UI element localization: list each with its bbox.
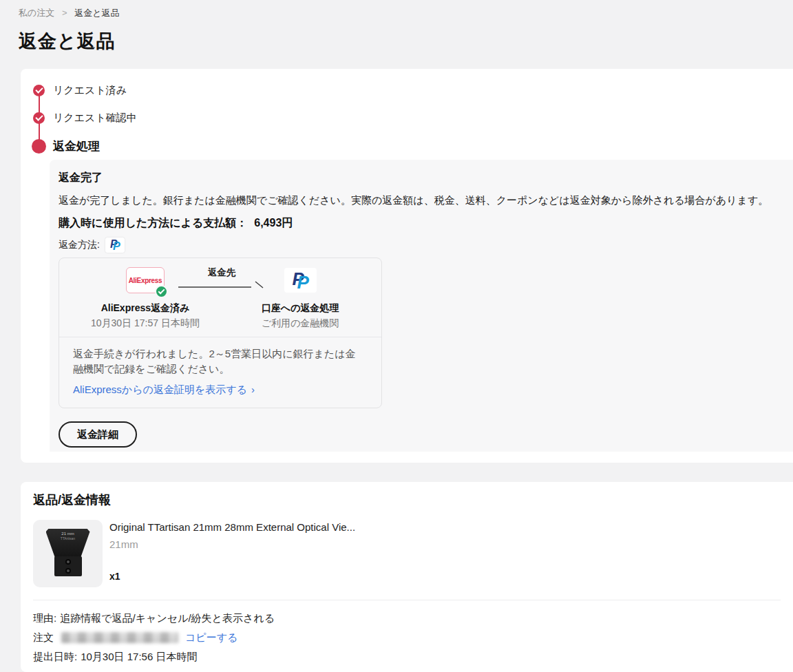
reason-label: 理由: bbox=[33, 609, 56, 628]
flow-destination-subtitle: ご利用の金融機関 bbox=[262, 317, 339, 330]
refund-processing-note: 返金手続きが行われました。2～5営業日以内に銀行または金融機関で記録をご確認くだ… bbox=[59, 337, 376, 377]
product-row: 21 mm TTArtisan Original TTartisan 21mm … bbox=[33, 520, 781, 587]
refund-complete-description: 返金が完了しました。銀行または金融機関でご確認ください。実際の返金額は、税金、送… bbox=[59, 193, 779, 208]
timeline-step-requested: リクエスト済み bbox=[33, 84, 127, 97]
flow-source-timestamp: 10月30日 17:57 日本時間 bbox=[91, 317, 200, 330]
refund-flow-box: AliExpress AliExpress返金済み 10月30日 17:57 日… bbox=[59, 258, 382, 408]
breadcrumb-my-orders[interactable]: 私の注文 bbox=[19, 8, 54, 18]
refund-status-panel: リクエスト済み リクエスト確認中 返金処理 返金完了 返金が完了しました。銀行ま… bbox=[21, 69, 793, 463]
paypal-logo-icon: P P bbox=[284, 268, 317, 293]
flow-source-title: AliExpress返金済み bbox=[101, 302, 190, 315]
refund-method-line: 返金方法: P P bbox=[59, 235, 779, 255]
order-row: 注文 コピーする bbox=[33, 628, 781, 647]
copy-order-number-link[interactable]: コピーする bbox=[185, 628, 237, 647]
timeline-step-label: リクエスト済み bbox=[53, 84, 127, 97]
product-meta: Original TTartisan 21mm 28mm External Op… bbox=[109, 520, 355, 587]
current-step-dot-icon bbox=[32, 139, 46, 154]
submitted-value: 10月30日 17:56 日本時間 bbox=[81, 647, 197, 666]
flow-destination-title: 口座への返金処理 bbox=[262, 302, 339, 315]
check-circle-icon bbox=[33, 112, 45, 124]
breadcrumb: 私の注文 > 返金と返品 bbox=[19, 7, 119, 19]
refund-complete-card: 返金完了 返金が完了しました。銀行または金融機関でご確認ください。実際の返金額は… bbox=[50, 160, 793, 452]
reason-row: 理由: 追跡情報で返品/キャンセル/紛失と表示される bbox=[33, 609, 781, 628]
refund-amount-label: 購入時に使用した方法による支払額： bbox=[59, 217, 247, 229]
timeline-step-refund-processing: 返金処理 bbox=[32, 138, 100, 154]
timeline-step-reviewing: リクエスト確認中 bbox=[33, 112, 137, 125]
timeline-step-label: 返金処理 bbox=[53, 138, 100, 154]
product-title[interactable]: Original TTartisan 21mm 28mm External Op… bbox=[109, 521, 355, 533]
viewfinder-illustration: 21 mm TTArtisan bbox=[46, 529, 90, 576]
paypal-icon: P P bbox=[105, 238, 125, 253]
info-divider bbox=[33, 600, 781, 600]
breadcrumb-separator-icon: > bbox=[62, 8, 67, 18]
return-refund-info-panel: 返品/返金情報 21 mm TTArtisan Original TTartis… bbox=[21, 482, 793, 672]
refund-detail-button[interactable]: 返金詳細 bbox=[59, 421, 137, 448]
page-title: 返金と返品 bbox=[19, 29, 116, 54]
submitted-row: 提出日時: 10月30日 17:56 日本時間 bbox=[33, 647, 781, 666]
order-number-redacted bbox=[61, 632, 178, 643]
chevron-right-icon: › bbox=[251, 384, 255, 395]
view-refund-proof-link[interactable]: AliExpressからの返金証明を表示する› bbox=[73, 384, 255, 395]
breadcrumb-current: 返金と返品 bbox=[74, 8, 119, 18]
refund-amount-line: 購入時に使用した方法による支払額：6,493円 bbox=[59, 215, 779, 231]
refund-return-page: 私の注文 > 返金と返品 返金と返品 リクエスト済み リクエスト確認中 返金処理… bbox=[0, 0, 793, 672]
order-label: 注文 bbox=[33, 628, 54, 647]
product-image[interactable]: 21 mm TTArtisan bbox=[33, 520, 103, 587]
product-variant: 21mm bbox=[109, 538, 355, 550]
product-quantity: x1 bbox=[109, 571, 355, 582]
refund-complete-title: 返金完了 bbox=[59, 171, 779, 185]
check-circle-icon bbox=[33, 85, 45, 96]
success-check-badge-icon bbox=[155, 285, 168, 298]
refund-amount-value: 6,493円 bbox=[254, 217, 293, 229]
reason-value: 追跡情報で返品/キャンセル/紛失と表示される bbox=[60, 609, 275, 628]
submitted-label: 提出日時: bbox=[33, 647, 77, 666]
aliexpress-logo-icon: AliExpress bbox=[126, 267, 165, 293]
refund-flow-diagram: AliExpress AliExpress返金済み 10月30日 17:57 日… bbox=[59, 258, 381, 337]
refund-method-label: 返金方法: bbox=[59, 239, 100, 251]
return-info-title: 返品/返金情報 bbox=[33, 492, 781, 508]
flow-destination-column: P P 口座への返金処理 ご利用の金融機関 bbox=[252, 268, 348, 330]
timeline-step-label: リクエスト確認中 bbox=[53, 112, 137, 125]
